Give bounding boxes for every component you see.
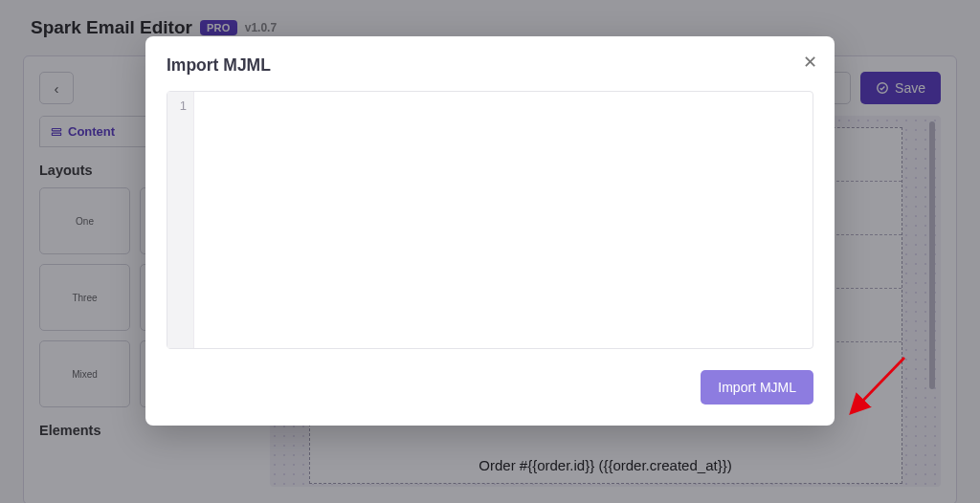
- import-mjml-modal: ✕ Import MJML 1 Import MJML: [145, 36, 835, 426]
- import-mjml-button[interactable]: Import MJML: [701, 370, 813, 405]
- annotation-arrow-icon: [839, 352, 916, 428]
- gutter-line-number: 1: [167, 98, 187, 115]
- mjml-code-editor[interactable]: 1: [167, 91, 813, 349]
- svg-line-3: [853, 358, 904, 411]
- editor-gutter: 1: [167, 92, 194, 348]
- code-textarea[interactable]: [194, 92, 813, 348]
- close-icon: ✕: [803, 53, 817, 72]
- modal-close-button[interactable]: ✕: [803, 52, 817, 73]
- modal-overlay[interactable]: ✕ Import MJML 1 Import MJML: [0, 0, 980, 503]
- modal-title: Import MJML: [167, 55, 813, 76]
